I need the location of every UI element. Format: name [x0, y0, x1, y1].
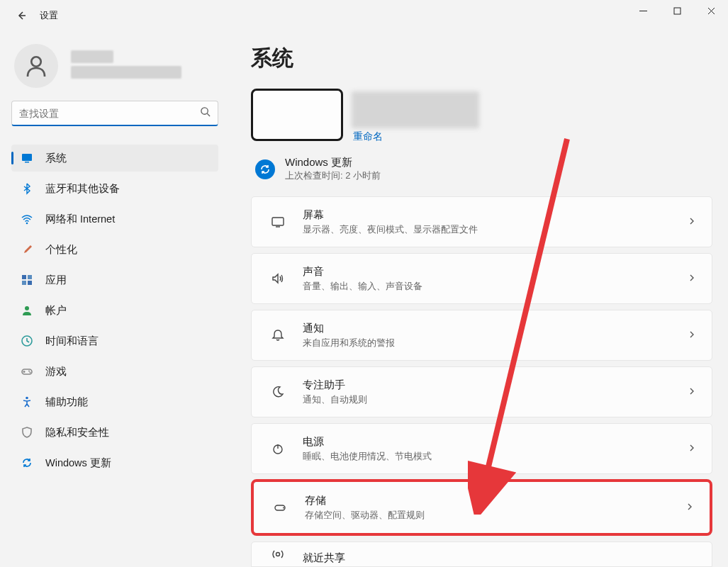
- nav-label: 帐户: [45, 304, 67, 318]
- update-title: Windows 更新: [285, 156, 381, 169]
- close-button[interactable]: [694, 0, 728, 21]
- sidebar: 系统蓝牙和其他设备网络和 Internet个性化应用帐户时间和语言游戏辅助功能隐…: [0, 31, 230, 567]
- sync-icon: [259, 164, 271, 175]
- svg-rect-4: [25, 162, 29, 163]
- svg-point-5: [26, 223, 28, 225]
- update-icon: [255, 159, 275, 179]
- window-title: 设置: [40, 9, 58, 22]
- device-info: 重命名: [352, 91, 479, 143]
- nav-item-7[interactable]: 游戏: [11, 358, 218, 385]
- device-row: 重命名: [251, 89, 712, 143]
- card-subtitle: 睡眠、电池使用情况、节电模式: [303, 450, 432, 463]
- svg-rect-0: [674, 8, 681, 14]
- cards-list: 屏幕显示器、亮度、夜间模式、显示器配置文件声音音量、输出、输入、声音设备通知来自…: [251, 196, 712, 567]
- close-icon: [707, 7, 715, 15]
- wifi-icon: [20, 212, 34, 226]
- person-icon: [20, 303, 34, 318]
- back-button[interactable]: [13, 7, 30, 24]
- nav-item-10[interactable]: Windows 更新: [11, 449, 218, 476]
- svg-point-2: [201, 108, 208, 114]
- nav-label: 游戏: [45, 365, 67, 378]
- svg-rect-6: [22, 275, 26, 279]
- nav-item-4[interactable]: 应用: [11, 266, 218, 293]
- search-box[interactable]: [11, 101, 218, 126]
- content: 系统 重命名 Windows 更新 上次检查时间: 2 小时前 屏幕显示器、亮度…: [230, 31, 728, 567]
- search-icon: [200, 106, 211, 120]
- storage-icon: [271, 498, 289, 517]
- arrow-left-icon: [16, 10, 27, 21]
- minimize-button[interactable]: [626, 0, 660, 21]
- nav-label: 网络和 Internet: [45, 213, 115, 226]
- svg-point-10: [25, 306, 29, 310]
- nav-label: 蓝牙和其他设备: [45, 182, 120, 196]
- minimize-icon: [639, 7, 647, 15]
- maximize-button[interactable]: [660, 0, 694, 21]
- svg-rect-8: [22, 281, 26, 285]
- person-icon: [23, 53, 49, 79]
- shield-icon: [20, 425, 34, 439]
- brush-icon: [20, 242, 34, 257]
- svg-rect-3: [22, 154, 32, 161]
- nav-item-6[interactable]: 时间和语言: [11, 327, 218, 354]
- window-controls: [626, 0, 728, 21]
- svg-point-20: [276, 553, 280, 556]
- card-subtitle: 显示器、亮度、夜间模式、显示器配置文件: [303, 223, 478, 236]
- card-subtitle: 来自应用和系统的警报: [303, 337, 395, 349]
- nav-label: 个性化: [45, 243, 77, 257]
- rename-link[interactable]: 重命名: [353, 130, 383, 142]
- svg-rect-7: [28, 275, 32, 279]
- svg-rect-16: [272, 218, 284, 225]
- monitor-icon: [20, 151, 34, 165]
- nav-label: Windows 更新: [45, 456, 111, 470]
- card-subtitle: 存储空间、驱动器、配置规则: [305, 509, 425, 522]
- bluetooth-icon: [20, 181, 34, 196]
- nav-label: 时间和语言: [45, 335, 99, 348]
- device-name-blurred: [352, 91, 479, 128]
- card-title: 存储: [305, 494, 425, 507]
- nav-item-9[interactable]: 隐私和安全性: [11, 419, 218, 446]
- titlebar: 设置: [0, 0, 728, 31]
- card-2[interactable]: 通知来自应用和系统的警报: [251, 310, 712, 361]
- nav-label: 系统: [45, 152, 67, 165]
- card-6[interactable]: 就近共享: [251, 541, 712, 567]
- access-icon: [20, 395, 34, 409]
- chevron-right-icon: [688, 442, 696, 455]
- chevron-right-icon: [685, 501, 694, 514]
- chevron-right-icon: [688, 329, 696, 342]
- card-5[interactable]: 存储存储空间、驱动器、配置规则: [254, 482, 710, 533]
- nav-item-8[interactable]: 辅助功能: [11, 388, 218, 415]
- account-area[interactable]: [11, 44, 218, 88]
- apps-icon: [20, 273, 34, 287]
- card-title: 专注助手: [303, 378, 367, 392]
- nav-label: 辅助功能: [45, 395, 88, 409]
- svg-point-19: [283, 507, 284, 509]
- svg-point-1: [31, 57, 41, 67]
- card-3[interactable]: 专注助手通知、自动规则: [251, 366, 712, 417]
- card-4[interactable]: 电源睡眠、电池使用情况、节电模式: [251, 423, 712, 474]
- card-title: 声音: [303, 265, 422, 279]
- display-icon: [269, 213, 287, 231]
- card-subtitle: 音量、输出、输入、声音设备: [303, 280, 422, 293]
- card-1[interactable]: 声音音量、输出、输入、声音设备: [251, 253, 712, 304]
- maximize-icon: [673, 7, 681, 15]
- card-title: 就近共享: [303, 551, 345, 565]
- svg-point-13: [28, 371, 30, 372]
- nav-item-3[interactable]: 个性化: [11, 236, 218, 263]
- moon-icon: [269, 383, 287, 401]
- chevron-right-icon: [688, 386, 696, 398]
- power-icon: [269, 439, 287, 458]
- nav-item-2[interactable]: 网络和 Internet: [11, 206, 218, 232]
- account-details: [71, 50, 181, 82]
- search-input[interactable]: [19, 108, 200, 119]
- nav-item-0[interactable]: 系统: [11, 145, 218, 172]
- nav-item-5[interactable]: 帐户: [11, 297, 218, 324]
- windows-update-row[interactable]: Windows 更新 上次检查时间: 2 小时前: [251, 156, 712, 182]
- card-0[interactable]: 屏幕显示器、亮度、夜间模式、显示器配置文件: [251, 196, 712, 247]
- highlight-annotation: 存储存储空间、驱动器、配置规则: [251, 479, 712, 536]
- device-preview[interactable]: [251, 89, 343, 141]
- card-title: 屏幕: [303, 208, 478, 222]
- svg-point-15: [26, 397, 28, 400]
- svg-rect-9: [28, 281, 32, 285]
- nav-item-1[interactable]: 蓝牙和其他设备: [11, 175, 218, 202]
- chevron-right-icon: [688, 215, 696, 228]
